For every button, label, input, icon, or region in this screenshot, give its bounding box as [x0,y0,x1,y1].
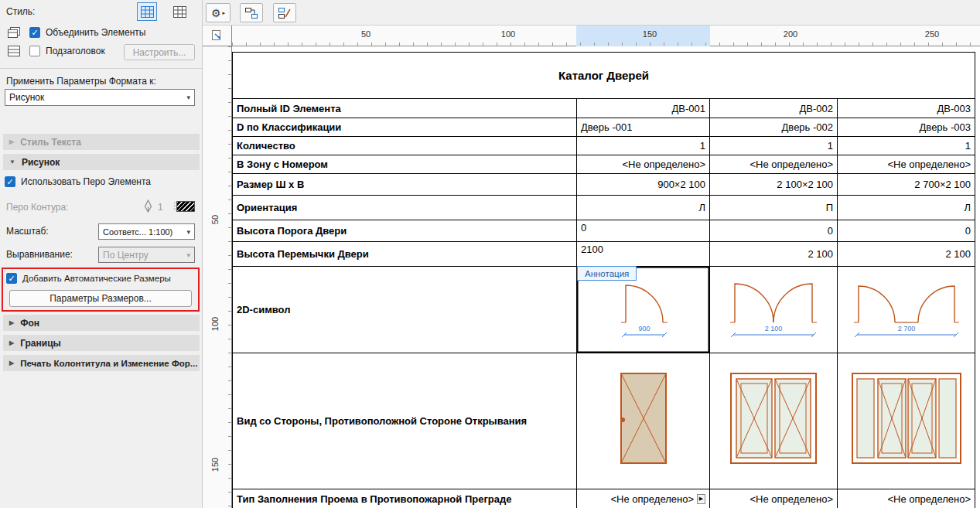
cell-value[interactable]: 2 100 [710,242,838,267]
collapsed-arrow-icon: ▶ [9,339,14,346]
symbol-cell[interactable]: 2 700 [838,267,975,353]
row-label[interactable]: Вид со Стороны, Противоположной Стороне … [233,353,577,489]
cell-value[interactable]: 1 [577,137,710,155]
apply-format-label: Применить Параметры Формата к: [6,76,156,87]
alignment-label: Выравнивание: [6,249,73,260]
row-label[interactable]: Тип Заполнения Проема в Противопожарной … [233,489,577,508]
cell-value[interactable]: 1 [710,137,838,155]
v-ruler-mark: 150 [210,457,220,472]
row-label[interactable]: 2D-символ [233,267,577,353]
schedule-toolbar: ⚙ ▸ [203,0,980,26]
h-ruler-ticks [232,43,980,46]
svg-text:900: 900 [638,325,650,332]
cell-value-editing[interactable]: 2100 [577,242,710,267]
cell-value[interactable]: ДВ-002 [710,99,838,118]
cell-value[interactable]: 0 [838,220,975,242]
use-element-pen-label: Использовать Перо Элемента [21,176,151,187]
vertical-ruler: 50 100 150 [203,46,232,508]
merge-elements-icon [8,27,20,39]
alignment-dropdown[interactable]: По Центру ▾ [98,247,195,263]
dimension-params-button[interactable]: Параметры Размеров... [9,290,192,307]
elevation-cell[interactable] [838,353,975,489]
row-label[interactable]: Полный ID Элемента [233,99,577,118]
use-element-pen-checkbox[interactable]: ✓ [5,176,15,187]
cell-value[interactable]: П [710,196,838,220]
annotation-chip[interactable]: Аннотация [577,266,637,281]
row-label[interactable]: Ориентация [233,196,577,220]
chevron-down-icon: ▾ [186,251,190,259]
cell-value[interactable]: <Не определено> [577,155,710,174]
auto-dimensions-label: Добавить Автоматические Размеры [22,274,171,283]
style-label: Стиль: [6,6,35,17]
cell-value[interactable]: <Не определено> [838,155,975,174]
contour-pen-number[interactable]: 1 [158,202,163,213]
configure-button[interactable]: Настроить... [124,44,195,60]
cell-value[interactable]: Дверь -002 [710,118,838,137]
v-ruler-mark: 100 [210,316,220,332]
ruler-origin-box[interactable] [203,26,232,46]
row-label[interactable]: Количество [233,137,577,155]
format-settings-sidebar: Стиль: [0,0,203,508]
cell-value[interactable]: ДВ-001 [577,99,710,118]
cell-value[interactable]: Дверь -001 [577,118,710,137]
elevation-cell[interactable] [577,353,710,489]
app-window: Стиль: [0,0,980,508]
style-grid-compact-button[interactable] [137,2,157,21]
cell-value[interactable]: 1 [838,137,975,155]
subtitle-label: Подзаголовок [46,46,105,56]
apply-format-dropdown[interactable]: Рисунок ▾ [5,89,195,106]
v-ruler-ticks [228,46,231,508]
cell-value-editing[interactable]: 0 [577,220,710,242]
elevation-cell[interactable] [710,353,838,489]
edit-scheme-icon [278,7,292,19]
section-text-style[interactable]: ▶ Стиль Текста [3,134,200,150]
door-elevation-double-sidelite-icon [849,358,965,482]
auto-dimensions-checkbox[interactable]: ✓ [6,273,17,284]
cell-value[interactable]: 2 100 [838,242,975,267]
scheme-settings-button[interactable] [240,3,263,22]
row-label[interactable]: Размер Ш х В [233,174,577,196]
cell-value[interactable]: Дверь -003 [838,118,975,137]
cell-value[interactable]: <Не определено> [838,489,975,508]
cell-value[interactable]: <Не определено> [710,489,838,508]
gear-icon: ⚙ [211,7,221,19]
settings-gear-button[interactable]: ⚙ ▸ [206,3,230,22]
section-borders[interactable]: ▶ Границы [3,335,200,351]
pen-color-swatch[interactable] [176,201,195,212]
cell-value[interactable]: 0 [710,220,838,242]
section-header-print[interactable]: ▶ Печать Колонтитула и Изменение Фор... [3,355,200,371]
popup-indicator-icon[interactable]: ▶ [697,494,705,504]
style-grid-detailed-button[interactable] [169,2,190,21]
edit-scheme-button[interactable] [273,3,296,22]
merge-elements-label: Объединить Элементы [46,27,145,38]
cell-value[interactable]: 900×2 100 [577,174,710,196]
h-ruler-mark: 200 [784,29,797,39]
merge-elements-checkbox[interactable]: ✓ [29,27,40,38]
cell-value[interactable]: 2 700×2 100 [838,174,975,196]
scale-dropdown[interactable]: Соответс... 1:100) ▾ [98,223,195,240]
section-background[interactable]: ▶ Фон [3,315,200,331]
cell-value-with-popup[interactable]: <Не определено> ▶ [577,489,710,508]
collapsed-arrow-icon: ▶ [9,319,14,326]
row-label[interactable]: В Зону с Номером [233,155,577,174]
grid-table-icon [141,6,154,18]
section-drawing[interactable]: ▼ Рисунок [3,154,200,170]
scale-value: Соответс... 1:100) [103,227,172,237]
cell-value[interactable]: ДВ-003 [838,99,975,118]
row-label[interactable]: D по Классификации [233,118,577,137]
door-plan-double-icon: 2 100 [715,273,831,344]
cell-value[interactable]: <Не определено> [710,155,838,174]
section-background-label: Фон [20,318,39,329]
scheme-settings-icon [244,7,258,19]
cell-value[interactable]: 2 100×2 100 [710,174,838,196]
svg-text:2 700: 2 700 [897,325,915,332]
alignment-value: По Центру [103,250,149,261]
row-label[interactable]: Высота Перемычки Двери [233,242,577,267]
cell-value[interactable]: Л [577,196,710,220]
row-label[interactable]: Высота Порога Двери [233,220,577,242]
pen-icon [144,199,152,213]
schedule-title[interactable]: Каталог Дверей [233,53,975,99]
subtitle-checkbox[interactable] [29,46,40,56]
cell-value[interactable]: Л [838,196,975,220]
symbol-cell[interactable]: 2 100 [710,267,838,353]
